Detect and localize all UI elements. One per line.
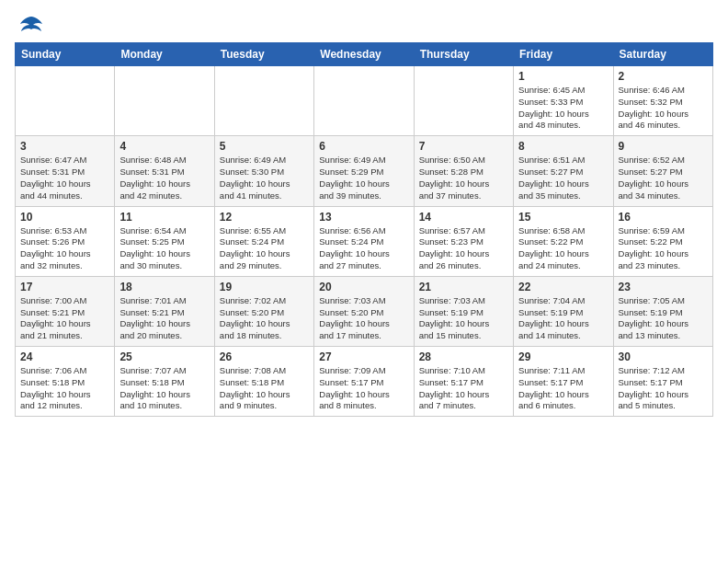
- calendar-day-cell: 12Sunrise: 6:55 AM Sunset: 5:24 PM Dayli…: [214, 206, 313, 276]
- calendar-day-cell: 8Sunrise: 6:51 AM Sunset: 5:27 PM Daylig…: [514, 136, 613, 206]
- day-number: 21: [419, 281, 508, 293]
- day-number: 6: [319, 140, 408, 153]
- day-number: 22: [518, 281, 608, 293]
- day-number: 27: [319, 350, 408, 363]
- day-number: 25: [119, 350, 209, 363]
- day-info: Sunrise: 7:12 AM Sunset: 5:17 PM Dayligh…: [619, 365, 708, 412]
- day-number: 23: [619, 281, 708, 293]
- day-info: Sunrise: 7:03 AM Sunset: 5:19 PM Dayligh…: [419, 295, 508, 342]
- weekday-header-cell: Saturday: [613, 43, 712, 66]
- day-number: 7: [419, 140, 508, 153]
- calendar-day-cell: 26Sunrise: 7:08 AM Sunset: 5:18 PM Dayli…: [214, 347, 313, 417]
- day-info: Sunrise: 7:04 AM Sunset: 5:19 PM Dayligh…: [518, 295, 608, 342]
- calendar-day-cell: 3Sunrise: 6:47 AM Sunset: 5:31 PM Daylig…: [16, 136, 115, 206]
- calendar-day-cell: 2Sunrise: 6:46 AM Sunset: 5:32 PM Daylig…: [613, 66, 712, 136]
- day-info: Sunrise: 6:49 AM Sunset: 5:30 PM Dayligh…: [220, 155, 309, 201]
- calendar-day-cell: 7Sunrise: 6:50 AM Sunset: 5:28 PM Daylig…: [414, 136, 513, 206]
- calendar-day-cell: 23Sunrise: 7:05 AM Sunset: 5:19 PM Dayli…: [613, 276, 712, 346]
- calendar-day-cell: 1Sunrise: 6:45 AM Sunset: 5:33 PM Daylig…: [514, 66, 613, 136]
- calendar-day-cell: 27Sunrise: 7:09 AM Sunset: 5:17 PM Dayli…: [314, 347, 414, 417]
- weekday-header-row: SundayMondayTuesdayWednesdayThursdayFrid…: [16, 43, 713, 66]
- calendar-table: SundayMondayTuesdayWednesdayThursdayFrid…: [15, 42, 713, 417]
- day-info: Sunrise: 7:07 AM Sunset: 5:18 PM Dayligh…: [119, 365, 209, 412]
- day-number: 17: [20, 281, 109, 293]
- day-number: 4: [119, 140, 209, 153]
- day-info: Sunrise: 6:48 AM Sunset: 5:31 PM Dayligh…: [119, 155, 209, 201]
- calendar-day-cell: 6Sunrise: 6:49 AM Sunset: 5:29 PM Daylig…: [314, 136, 414, 206]
- day-info: Sunrise: 6:56 AM Sunset: 5:24 PM Dayligh…: [319, 225, 408, 272]
- calendar-week-row: 3Sunrise: 6:47 AM Sunset: 5:31 PM Daylig…: [16, 136, 713, 206]
- calendar-day-cell: 13Sunrise: 6:56 AM Sunset: 5:24 PM Dayli…: [314, 206, 414, 276]
- calendar-day-cell: 28Sunrise: 7:10 AM Sunset: 5:17 PM Dayli…: [414, 347, 513, 417]
- day-info: Sunrise: 6:51 AM Sunset: 5:27 PM Dayligh…: [518, 155, 608, 201]
- day-info: Sunrise: 7:02 AM Sunset: 5:20 PM Dayligh…: [220, 295, 309, 342]
- calendar-day-cell: [115, 66, 214, 136]
- calendar-day-cell: [414, 66, 513, 136]
- day-number: 28: [419, 350, 508, 363]
- weekday-header-cell: Thursday: [414, 43, 513, 66]
- day-info: Sunrise: 6:46 AM Sunset: 5:32 PM Dayligh…: [619, 85, 708, 132]
- day-number: 15: [518, 211, 608, 224]
- calendar-day-cell: 17Sunrise: 7:00 AM Sunset: 5:21 PM Dayli…: [16, 276, 115, 346]
- calendar-day-cell: 11Sunrise: 6:54 AM Sunset: 5:25 PM Dayli…: [115, 206, 214, 276]
- calendar-day-cell: 16Sunrise: 6:59 AM Sunset: 5:22 PM Dayli…: [613, 206, 712, 276]
- logo: [15, 15, 46, 35]
- day-info: Sunrise: 6:58 AM Sunset: 5:22 PM Dayligh…: [518, 225, 608, 272]
- page-header: [15, 15, 713, 35]
- logo-bird-icon: [18, 15, 44, 35]
- day-number: 19: [220, 281, 309, 293]
- weekday-header-cell: Sunday: [16, 43, 115, 66]
- day-number: 26: [220, 350, 309, 363]
- day-number: 1: [518, 70, 608, 83]
- day-info: Sunrise: 6:50 AM Sunset: 5:28 PM Dayligh…: [419, 155, 508, 201]
- calendar-day-cell: 14Sunrise: 6:57 AM Sunset: 5:23 PM Dayli…: [414, 206, 513, 276]
- day-number: 10: [20, 211, 109, 224]
- day-number: 29: [518, 350, 608, 363]
- calendar-day-cell: [214, 66, 313, 136]
- calendar-day-cell: 20Sunrise: 7:03 AM Sunset: 5:20 PM Dayli…: [314, 276, 414, 346]
- calendar-day-cell: 22Sunrise: 7:04 AM Sunset: 5:19 PM Dayli…: [514, 276, 613, 346]
- day-number: 2: [619, 70, 708, 83]
- day-number: 14: [419, 211, 508, 224]
- day-number: 11: [119, 211, 209, 224]
- day-info: Sunrise: 6:45 AM Sunset: 5:33 PM Dayligh…: [518, 85, 608, 132]
- day-info: Sunrise: 6:49 AM Sunset: 5:29 PM Dayligh…: [319, 155, 408, 201]
- calendar-day-cell: 15Sunrise: 6:58 AM Sunset: 5:22 PM Dayli…: [514, 206, 613, 276]
- day-info: Sunrise: 6:47 AM Sunset: 5:31 PM Dayligh…: [20, 155, 109, 201]
- calendar-day-cell: 19Sunrise: 7:02 AM Sunset: 5:20 PM Dayli…: [214, 276, 313, 346]
- day-info: Sunrise: 7:01 AM Sunset: 5:21 PM Dayligh…: [119, 295, 209, 342]
- weekday-header-cell: Monday: [115, 43, 214, 66]
- day-info: Sunrise: 7:09 AM Sunset: 5:17 PM Dayligh…: [319, 365, 408, 412]
- day-number: 30: [619, 350, 708, 363]
- calendar-day-cell: 30Sunrise: 7:12 AM Sunset: 5:17 PM Dayli…: [613, 347, 712, 417]
- day-number: 20: [319, 281, 408, 293]
- day-number: 18: [119, 281, 209, 293]
- calendar-day-cell: [314, 66, 414, 136]
- calendar-week-row: 10Sunrise: 6:53 AM Sunset: 5:26 PM Dayli…: [16, 206, 713, 276]
- weekday-header-cell: Tuesday: [214, 43, 313, 66]
- day-number: 8: [518, 140, 608, 153]
- day-number: 16: [619, 211, 708, 224]
- calendar-day-cell: 4Sunrise: 6:48 AM Sunset: 5:31 PM Daylig…: [115, 136, 214, 206]
- day-number: 5: [220, 140, 309, 153]
- calendar-day-cell: [16, 66, 115, 136]
- day-info: Sunrise: 7:05 AM Sunset: 5:19 PM Dayligh…: [619, 295, 708, 342]
- calendar-body: 1Sunrise: 6:45 AM Sunset: 5:33 PM Daylig…: [16, 66, 713, 417]
- day-info: Sunrise: 6:53 AM Sunset: 5:26 PM Dayligh…: [20, 225, 109, 272]
- calendar-week-row: 17Sunrise: 7:00 AM Sunset: 5:21 PM Dayli…: [16, 276, 713, 346]
- calendar-day-cell: 10Sunrise: 6:53 AM Sunset: 5:26 PM Dayli…: [16, 206, 115, 276]
- day-info: Sunrise: 7:06 AM Sunset: 5:18 PM Dayligh…: [20, 365, 109, 412]
- calendar-day-cell: 21Sunrise: 7:03 AM Sunset: 5:19 PM Dayli…: [414, 276, 513, 346]
- day-number: 3: [20, 140, 109, 153]
- day-info: Sunrise: 7:10 AM Sunset: 5:17 PM Dayligh…: [419, 365, 508, 412]
- day-info: Sunrise: 7:08 AM Sunset: 5:18 PM Dayligh…: [220, 365, 309, 412]
- calendar-week-row: 1Sunrise: 6:45 AM Sunset: 5:33 PM Daylig…: [16, 66, 713, 136]
- day-number: 9: [619, 140, 708, 153]
- calendar-day-cell: 5Sunrise: 6:49 AM Sunset: 5:30 PM Daylig…: [214, 136, 313, 206]
- weekday-header-cell: Wednesday: [314, 43, 414, 66]
- day-info: Sunrise: 7:03 AM Sunset: 5:20 PM Dayligh…: [319, 295, 408, 342]
- calendar-day-cell: 24Sunrise: 7:06 AM Sunset: 5:18 PM Dayli…: [16, 347, 115, 417]
- day-info: Sunrise: 7:00 AM Sunset: 5:21 PM Dayligh…: [20, 295, 109, 342]
- day-number: 13: [319, 211, 408, 224]
- calendar-week-row: 24Sunrise: 7:06 AM Sunset: 5:18 PM Dayli…: [16, 347, 713, 417]
